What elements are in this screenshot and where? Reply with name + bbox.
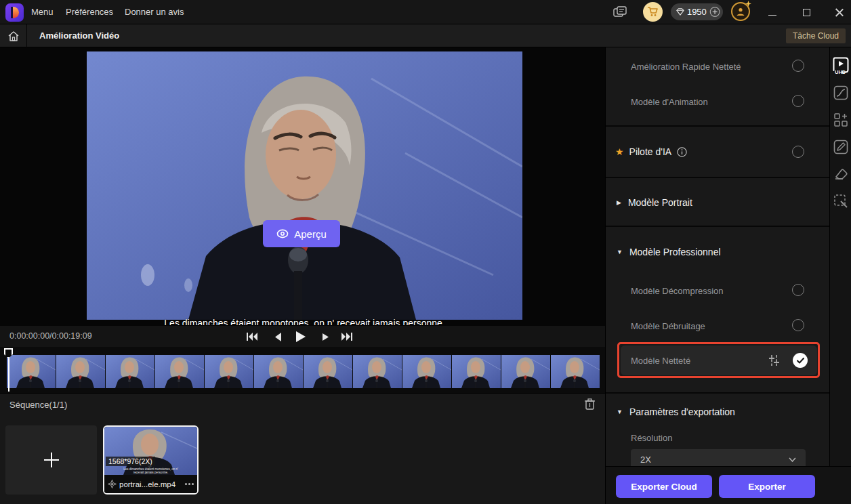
chevron-down-icon <box>789 457 796 462</box>
add-credits-icon[interactable] <box>709 5 720 18</box>
skip-start-button[interactable] <box>244 329 260 345</box>
video-subtitle: Les dimanches étaient monotones, on n' r… <box>87 318 522 325</box>
skip-end-button[interactable] <box>339 329 355 345</box>
info-icon[interactable] <box>677 147 687 157</box>
option-debruitage[interactable]: Modèle Débruitage <box>606 318 829 333</box>
timeline-thumbnail[interactable] <box>254 355 303 388</box>
export-button[interactable]: Exporter <box>719 475 815 498</box>
timeline-thumbnail[interactable] <box>155 355 204 388</box>
radio-icon[interactable] <box>792 60 804 72</box>
menu-button[interactable]: Menu <box>28 0 56 24</box>
feedback-menu-button[interactable]: Donner un avis <box>122 0 186 24</box>
radio-icon[interactable] <box>792 319 804 331</box>
minimize-button[interactable] <box>766 6 779 18</box>
eraser-tool[interactable] <box>832 165 850 183</box>
resolution-badge: 1568*976(2X) <box>106 457 155 466</box>
caret-down-icon: ▼ <box>617 249 623 255</box>
option-quick-sharpen[interactable]: Amélioration Rapide Netteté <box>606 59 829 74</box>
close-button[interactable] <box>833 6 845 18</box>
file-info-row: portrai...ele.mp4 <box>104 475 197 493</box>
caret-right-icon: ▶ <box>617 199 621 206</box>
delete-button[interactable] <box>584 398 599 413</box>
option-decompression[interactable]: Modèle Décompression <box>606 283 829 298</box>
svg-text:UHD: UHD <box>835 69 846 75</box>
section-export-settings[interactable]: ▼ Paramètres d'exportation <box>606 404 829 419</box>
diamond-icon <box>676 7 684 16</box>
radio-icon[interactable] <box>792 146 804 158</box>
check-icon <box>793 353 808 368</box>
notification-sparkle-icon <box>745 1 751 7</box>
cloud-task-button[interactable]: Tâche Cloud <box>786 28 846 43</box>
file-name: portrai...ele.mp4 <box>119 480 182 488</box>
home-button[interactable] <box>0 24 27 47</box>
enhance-uhd-tool-active[interactable]: UHD <box>832 57 850 75</box>
apercu-label: Aperçu <box>294 228 327 240</box>
messages-icon[interactable] <box>612 4 628 20</box>
home-icon <box>7 30 20 42</box>
smart-select-tool[interactable] <box>832 192 850 210</box>
page-title: Amélioration Vidéo <box>39 24 119 47</box>
eye-icon <box>276 229 289 238</box>
maximize-button[interactable] <box>800 6 812 18</box>
radio-icon[interactable] <box>792 284 804 296</box>
credits-count: 1950 <box>687 7 707 17</box>
account-icon[interactable] <box>731 2 750 21</box>
option-pilote-ia[interactable]: ★ Pilote d'IA <box>606 144 829 160</box>
add-file-button[interactable] <box>5 425 97 495</box>
timeline-strip <box>0 347 605 393</box>
sequence-section: Séquence(1/1) <box>0 393 605 504</box>
resolution-label-row: Résolution <box>606 432 829 444</box>
file-card[interactable]: Les dimanches étaient monotones, on n' r… <box>103 425 199 495</box>
apercu-button[interactable]: Aperçu <box>263 220 340 247</box>
sequence-label: Séquence(1/1) <box>9 400 67 410</box>
caret-down-icon: ▼ <box>617 408 623 415</box>
radio-icon[interactable] <box>792 95 804 107</box>
file-subtitle-line2: recevait jamais personne. <box>104 471 197 474</box>
section-modele-portrait[interactable]: ▶ Modèle Portrait <box>606 195 829 210</box>
transport-bar: 0:00:00:00/0:00:19:09 Durée (3s) ✂ <box>0 326 605 347</box>
timeline-thumbnail[interactable] <box>56 355 105 388</box>
curve-adjust-tool[interactable] <box>832 84 850 102</box>
edit-paint-tool[interactable] <box>832 138 850 156</box>
video-frame[interactable] <box>87 51 522 320</box>
timeline-thumbnails <box>7 355 600 388</box>
timeline-thumbnail[interactable] <box>106 355 154 388</box>
next-frame-button[interactable] <box>317 329 333 345</box>
plus-icon <box>44 453 59 467</box>
option-nettete-selected[interactable]: Modèle Netteté <box>621 345 817 375</box>
play-button[interactable] <box>293 329 309 345</box>
sliders-icon[interactable] <box>767 354 781 366</box>
timeline-thumbnail[interactable] <box>501 355 550 388</box>
file-thumbnail: Les dimanches étaient monotones, on n' r… <box>104 427 197 475</box>
timeline-thumbnail[interactable] <box>353 355 402 388</box>
timeline-thumbnail[interactable] <box>304 355 352 388</box>
trash-icon <box>584 398 596 411</box>
timeline-thumbnail[interactable] <box>7 355 56 388</box>
timeline-thumbnail[interactable] <box>205 355 253 388</box>
titlebar: Menu Préférences Donner un avis 1950 <box>0 0 851 24</box>
more-options-icon[interactable] <box>185 483 194 485</box>
tool-rail: UHD <box>829 47 851 466</box>
timeline-thumbnail[interactable] <box>551 355 600 388</box>
store-cart-icon[interactable] <box>643 2 663 22</box>
export-bar: Exporter Cloud Exporter <box>605 466 851 504</box>
timeline-thumbnail[interactable] <box>452 355 501 388</box>
header-bar <box>0 24 851 47</box>
export-cloud-button[interactable]: Exporter Cloud <box>616 475 712 498</box>
preferences-button[interactable]: Préférences <box>63 0 116 24</box>
credits-pill[interactable]: 1950 <box>671 3 723 20</box>
option-animation-model[interactable]: Modèle d'Animation <box>606 94 829 109</box>
prev-frame-button[interactable] <box>270 329 286 345</box>
section-modele-professionnel[interactable]: ▼ Modèle Professionnel <box>606 245 829 259</box>
timeline-thumbnail[interactable] <box>402 355 451 388</box>
app-logo-icon <box>5 3 24 22</box>
video-type-icon <box>108 480 117 488</box>
timecode: 0:00:00:00/0:00:19:09 <box>9 326 92 347</box>
resolution-select[interactable]: 2X <box>631 449 806 466</box>
star-icon: ★ <box>615 146 624 157</box>
resolution-value: 2X <box>640 455 789 465</box>
model-panel: Amélioration Rapide Netteté Modèle d'Ani… <box>605 47 829 466</box>
app-window: Menu Préférences Donner un avis 1950 <box>0 0 851 504</box>
frame-interpolation-tool[interactable] <box>832 111 850 129</box>
video-preview-pane: Aperçu Les dimanches étaient monotones, … <box>0 47 605 326</box>
